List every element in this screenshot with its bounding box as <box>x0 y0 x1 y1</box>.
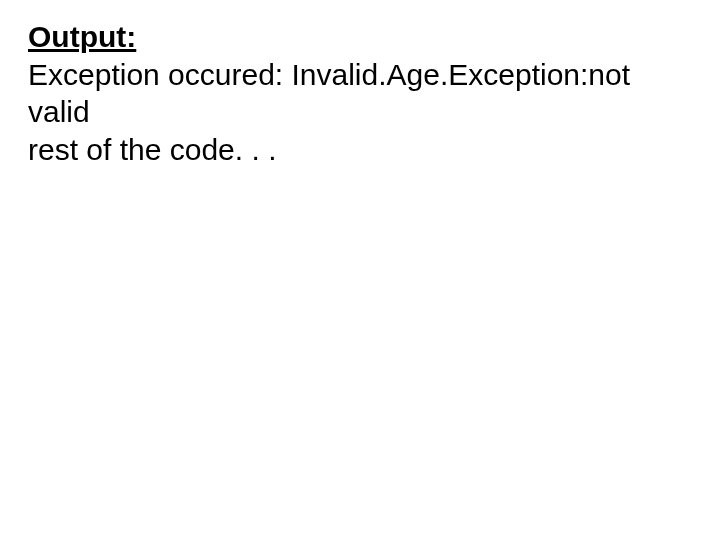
output-line-1: Exception occured: Invalid.Age.Exception… <box>28 56 692 94</box>
slide: Output: Exception occured: Invalid.Age.E… <box>0 0 720 540</box>
output-line-2: valid <box>28 93 692 131</box>
output-heading: Output: <box>28 18 692 56</box>
output-line-3: rest of the code. . . <box>28 131 692 169</box>
